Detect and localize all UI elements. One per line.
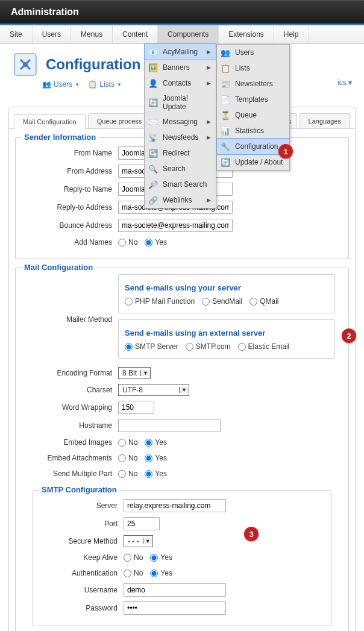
word-wrapping-input[interactable] [118,401,154,414]
callout-1: 1 [278,144,293,159]
tab-mail-configuration[interactable]: Mail Configuration [14,114,86,129]
dropdown-item-search[interactable]: 🔍Search [145,161,216,177]
radio[interactable] [238,343,246,351]
embed-images-yes[interactable]: Yes [145,438,167,447]
mailer-sendmail[interactable]: SendMail [202,297,242,306]
mailer-php[interactable]: PHP Mail Function [125,297,195,306]
subaction-users[interactable]: 👥Users▼ [42,80,80,89]
dropdown-label: Messaging [163,118,198,126]
dropdown-item-redirect[interactable]: ↪️Redirect [145,145,216,161]
radio[interactable] [125,298,133,306]
menu-extensions[interactable]: Extensions [219,25,274,43]
radio[interactable] [124,570,131,577]
submenu-templates[interactable]: 📄Templates [217,92,289,107]
radio[interactable] [150,554,158,562]
submenu-label: Lists [235,64,250,72]
radio[interactable] [118,470,126,478]
statistics-icon: 📊 [221,126,230,136]
users-icon: 👥 [42,80,51,89]
smtp-server-input[interactable] [124,499,226,512]
subaction-label: Lists [99,80,115,89]
radio-label: Yes [155,438,167,447]
dropdown-item-contacts[interactable]: 👤Contacts▶ [145,75,216,91]
add-names-no[interactable]: No [118,238,137,246]
dropdown-item-banners[interactable]: 🖼️Banners▶ [145,60,216,75]
radio[interactable] [145,239,152,246]
legend: SMTP Configuration [39,485,119,494]
menu-menus[interactable]: Menus [71,25,113,43]
radio[interactable] [125,343,133,351]
keep-alive-yes[interactable]: Yes [150,553,172,562]
mail-icon: 📧 [148,47,158,57]
radio[interactable] [145,454,152,462]
auth-no[interactable]: No [124,569,143,577]
menu-content[interactable]: Content [113,25,158,43]
titlebar: Administration [0,0,364,24]
radio[interactable] [202,298,210,306]
chevron-right-icon: ▶ [207,119,211,125]
smtp-secure-select[interactable]: - - -▼ [124,535,153,547]
bounce-address-label: Bounce Address [22,221,118,230]
chevron-right-icon: ▶ [207,80,211,86]
dropdown-item-newsfeeds[interactable]: 📡Newsfeeds▶ [145,130,216,145]
keep-alive-no[interactable]: No [124,553,143,562]
hostname-input[interactable] [118,419,221,432]
submenu-statistics[interactable]: 📊Statistics [217,123,289,139]
radio-label: SMTP Server [135,342,178,351]
tab-queue-process[interactable]: Queue process [88,113,151,128]
smtp-password-input[interactable] [124,601,226,615]
menu-components[interactable]: Components [158,25,219,43]
radio[interactable] [118,454,126,462]
embed-images-no[interactable]: No [118,438,137,447]
embed-attachments-no[interactable]: No [118,454,137,462]
charset-select[interactable]: UTF-8▼ [118,384,189,396]
group-heading: Send e-mails using your server [125,283,328,292]
mailer-qmail[interactable]: QMail [249,297,278,306]
radio[interactable] [145,470,152,478]
menu-users[interactable]: Users [33,25,71,43]
submenu-newsletters[interactable]: 📰Newsletters [217,76,289,92]
subaction-lists[interactable]: 📋Lists▼ [88,80,122,89]
smtp-server-label: Server [39,501,124,510]
encoding-format-select[interactable]: 8 Bit▼ [118,367,151,379]
from-address-label: From Address [22,167,118,175]
page-title: Configuration [46,56,140,73]
auth-yes[interactable]: Yes [150,569,172,577]
dropdown-item-acymailing[interactable]: 📧 AcyMailing ▶ 👥Users 📋Lists 📰Newsletter… [144,43,216,60]
add-names-yes[interactable]: Yes [145,238,167,246]
submenu-lists[interactable]: 📋Lists [217,60,289,76]
embed-attachments-yes[interactable]: Yes [145,454,167,462]
radio[interactable] [249,298,257,306]
radio[interactable] [118,439,126,447]
dropdown-item-joomla-update[interactable]: 🔄Joomla! Update [145,91,216,114]
menu-site[interactable]: Site [0,25,33,43]
reply-to-name-label: Reply-to Name [22,185,118,193]
radio[interactable] [118,239,126,246]
send-multiple-part-yes[interactable]: Yes [145,469,167,478]
smtp-username-input[interactable] [124,583,226,597]
tab-languages[interactable]: Languages [300,113,350,128]
radio-label: SendMail [212,297,242,306]
components-dropdown: 📧 AcyMailing ▶ 👥Users 📋Lists 📰Newsletter… [144,43,216,209]
menu-help[interactable]: Help [274,25,309,43]
radio[interactable] [124,554,131,562]
mailer-elastic-email[interactable]: Elastic Email [238,342,290,351]
dropdown-item-smart-search[interactable]: 🔎Smart Search [145,177,216,192]
bounce-address-input[interactable] [118,219,233,232]
mailer-your-server-group: Send e-mails using your server PHP Mail … [118,274,335,313]
smtp-port-input[interactable] [124,517,160,530]
dropdown-item-weblinks[interactable]: 🔗Weblinks▶ [145,192,216,208]
radio[interactable] [186,343,193,351]
smtp-password-label: Password [39,604,124,612]
send-multiple-part-no[interactable]: No [118,469,137,478]
dropdown-item-messaging[interactable]: ✉️Messaging▶ [145,114,216,130]
submenu-update-about[interactable]: 🔄Update / About [217,154,289,170]
mailer-smtp-server[interactable]: SMTP Server [125,342,178,351]
submenu-queue[interactable]: ⏳Queue [217,107,289,123]
radio[interactable] [150,570,158,577]
submenu-label: Newsletters [235,80,273,88]
mailer-smtpcom[interactable]: SMTP.com [186,342,231,351]
embed-attachments-label: Embed Attachments [22,454,118,462]
radio[interactable] [145,439,152,447]
submenu-users[interactable]: 👥Users [217,45,289,60]
